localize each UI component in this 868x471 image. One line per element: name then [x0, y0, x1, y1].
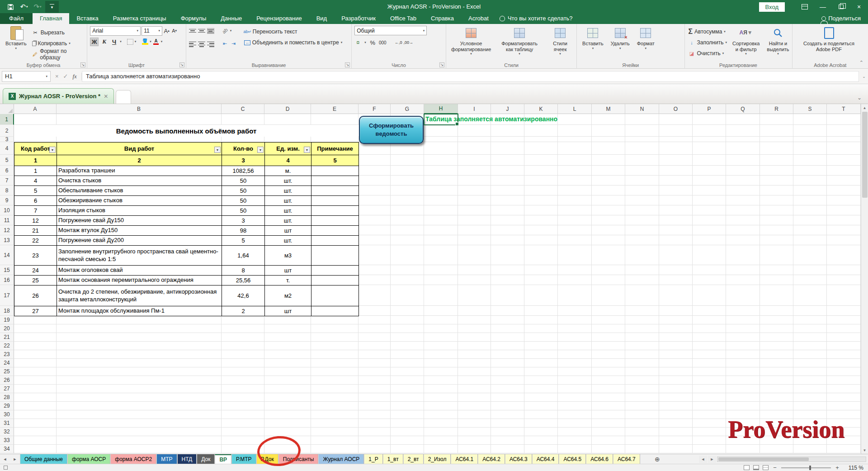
table-cell[interactable]: Монтаж основания перемитрального огражде… [57, 276, 222, 285]
grid-cell-L24[interactable] [558, 359, 592, 367]
column-header-A[interactable]: A [14, 104, 57, 114]
grid-cell-E20[interactable] [311, 324, 359, 333]
grid-cell-J18[interactable] [491, 306, 524, 316]
grid-cell-P5[interactable] [693, 155, 726, 166]
grid-cell-L2[interactable] [558, 125, 592, 137]
grid-cell-M16[interactable] [592, 275, 625, 285]
grid-cell-P24[interactable] [693, 359, 726, 367]
grid-cell-K34[interactable] [524, 445, 558, 453]
grid-cell-Q20[interactable] [726, 324, 760, 333]
grid-cell-N7[interactable] [625, 176, 659, 186]
scroll-down-icon[interactable]: ▼ [861, 447, 868, 454]
orientation-icon[interactable]: ab [220, 26, 229, 35]
grid-cell-H21[interactable] [424, 333, 458, 342]
grid-cell-M5[interactable] [592, 155, 625, 166]
grid-cell-O17[interactable] [659, 285, 693, 306]
grid-cell-T6[interactable] [827, 166, 861, 176]
grid-cell-F18[interactable] [359, 306, 391, 316]
grid-cell-P12[interactable] [693, 225, 726, 235]
grid-cell-O18[interactable] [659, 306, 693, 316]
grid-cell-G30[interactable] [391, 410, 424, 419]
grid-cell-Q2[interactable] [726, 125, 760, 137]
grid-cell-I33[interactable] [458, 436, 491, 445]
grid-cell-P26[interactable] [693, 376, 726, 385]
grid-cell-J20[interactable] [491, 324, 524, 333]
underline-button[interactable]: Ч [110, 38, 118, 46]
grid-cell-M25[interactable] [592, 367, 625, 376]
grid-cell-T13[interactable] [827, 235, 861, 245]
grid-cell-N19[interactable] [625, 316, 659, 324]
grid-cell-G12[interactable] [391, 225, 424, 235]
grid-cell-Q24[interactable] [726, 359, 760, 367]
font-family-combobox[interactable]: Arial▾ [90, 26, 141, 36]
grid-cell-N9[interactable] [625, 195, 659, 205]
grid-cell-N16[interactable] [625, 275, 659, 285]
grid-cell-G11[interactable] [391, 215, 424, 225]
grid-cell-Q5[interactable] [726, 155, 760, 166]
grid-cell-M17[interactable] [592, 285, 625, 306]
grid-cell-R29[interactable] [760, 402, 793, 410]
grid-cell-J12[interactable] [491, 225, 524, 235]
grid-cell-R20[interactable] [760, 324, 793, 333]
ribbon-tab-вставка[interactable]: Вставка [69, 13, 105, 24]
grid-cell-P7[interactable] [693, 176, 726, 186]
row-header-2[interactable]: 2 [0, 125, 14, 137]
find-select-button[interactable]: Найти и выделить▾ [764, 26, 792, 61]
sheet-nav-right-icon[interactable]: ► [10, 454, 20, 464]
grid-cell-K28[interactable] [524, 393, 558, 402]
column-header-R[interactable]: R [760, 104, 793, 114]
grid-cell-M26[interactable] [592, 376, 625, 385]
grid-cell-B27[interactable] [57, 385, 222, 393]
confirm-entry-icon[interactable]: ✓ [63, 73, 68, 80]
grid-cell-K32[interactable] [524, 428, 558, 436]
format-painter-button[interactable]: 🖉Формат по образцу [31, 49, 85, 59]
grid-cell-S26[interactable] [793, 376, 827, 385]
grid-cell-R2[interactable] [760, 125, 793, 137]
grid-cell-L29[interactable] [558, 402, 592, 410]
grid-cell-H2[interactable] [424, 125, 458, 137]
grid-cell-C23[interactable] [222, 350, 264, 359]
grid-cell-H11[interactable] [424, 215, 458, 225]
grid-cell-M30[interactable] [592, 410, 625, 419]
table-cell[interactable]: Очистка стыков [57, 176, 222, 186]
grid-cell-S6[interactable] [793, 166, 827, 176]
column-header-G[interactable]: G [391, 104, 424, 114]
grid-cell-I16[interactable] [458, 275, 491, 285]
grid-cell-B22[interactable] [57, 342, 222, 350]
grid-cell-J23[interactable] [491, 350, 524, 359]
grid-cell-B33[interactable] [57, 436, 222, 445]
grid-cell-P3[interactable] [693, 137, 726, 142]
grid-cell-K27[interactable] [524, 385, 558, 393]
grid-cell-S23[interactable] [793, 350, 827, 359]
align-left-icon[interactable] [189, 41, 196, 47]
autofilter-dropdown-icon[interactable]: ▼ [257, 147, 264, 153]
ribbon-tab-вид[interactable]: Вид [309, 13, 335, 24]
grid-cell-I27[interactable] [458, 385, 491, 393]
align-top-icon[interactable] [189, 28, 196, 34]
grid-cell-E3[interactable] [311, 137, 359, 142]
sheet-tab-ас64-6[interactable]: АС64.6 [586, 454, 613, 464]
close-document-tab-icon[interactable]: ✕ [104, 93, 108, 100]
row-header-14[interactable]: 14 [0, 245, 14, 265]
grid-cell-N24[interactable] [625, 359, 659, 367]
table-cell[interactable]: Монтаж площадок обслуживания Пм-1 [57, 306, 222, 316]
grid-cell-O22[interactable] [659, 342, 693, 350]
grid-cell-Q7[interactable] [726, 176, 760, 186]
zoom-out-icon[interactable]: − [772, 464, 778, 471]
table-numbering-cell[interactable]: 2 [57, 155, 222, 166]
grid-cell-M3[interactable] [592, 137, 625, 142]
grid-cell-K21[interactable] [524, 333, 558, 342]
grid-cell-B28[interactable] [57, 393, 222, 402]
sheet-tab-док[interactable]: Док [197, 454, 215, 464]
grid-cell-D28[interactable] [264, 393, 311, 402]
grid-cell-O14[interactable] [659, 245, 693, 265]
grid-cell-O23[interactable] [659, 350, 693, 359]
grid-cell-B25[interactable] [57, 367, 222, 376]
grid-cell-G24[interactable] [391, 359, 424, 367]
grid-cell-B29[interactable] [57, 402, 222, 410]
grid-cell-G19[interactable] [391, 316, 424, 324]
grid-cell-S9[interactable] [793, 195, 827, 205]
grid-cell-K16[interactable] [524, 275, 558, 285]
grid-cell-S15[interactable] [793, 265, 827, 275]
table-cell[interactable]: 3 [222, 216, 265, 226]
